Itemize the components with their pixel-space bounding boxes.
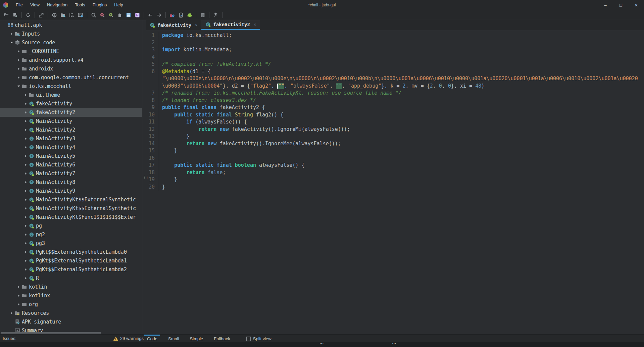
tree-item[interactable]: c pg <box>0 221 142 230</box>
expand-arrow-icon[interactable] <box>23 267 29 272</box>
tree-item[interactable]: Inputs <box>0 30 142 38</box>
expand-arrow-icon[interactable] <box>23 101 29 106</box>
wrench-icon[interactable] <box>211 11 220 19</box>
forward-icon[interactable] <box>155 11 163 19</box>
expand-arrow-icon[interactable] <box>23 214 29 220</box>
tree-item[interactable]: c MainActivity5 <box>0 152 142 160</box>
menu-plugins[interactable]: Plugins <box>89 0 111 10</box>
tree-item[interactable]: c PgKt$$ExternalSyntheticLambda2 <box>0 265 142 274</box>
expand-arrow-icon[interactable] <box>23 232 29 237</box>
expand-arrow-icon[interactable] <box>23 145 29 150</box>
columns-icon[interactable] <box>76 11 85 19</box>
tree-item[interactable]: kotlinx <box>0 291 142 300</box>
expand-arrow-icon[interactable] <box>23 206 29 211</box>
expand-arrow-icon[interactable] <box>23 197 29 202</box>
expand-arrow-icon[interactable] <box>23 276 29 281</box>
tree-item[interactable]: c MainActivity9 <box>0 187 142 195</box>
expand-arrow-icon[interactable] <box>23 180 29 185</box>
tree-item[interactable]: c pg3 <box>0 239 142 248</box>
split-view-checkbox[interactable] <box>246 337 251 341</box>
tree-item[interactable]: c MainActivity7 <box>0 169 142 178</box>
expand-arrow-icon[interactable] <box>23 110 29 115</box>
expand-arrow-icon[interactable] <box>23 171 29 176</box>
tree-item[interactable]: _COROUTINE <box>0 47 142 56</box>
tree-item[interactable]: c MainActivity <box>0 117 142 126</box>
code-area[interactable]: 1package io.ks.mccchall; 2 3import kotli… <box>146 30 644 334</box>
expand-arrow-icon[interactable] <box>23 92 29 98</box>
tree-item[interactable]: androidx <box>0 64 142 73</box>
open-file-icon[interactable] <box>2 11 11 19</box>
menu-tools[interactable]: Tools <box>71 0 89 10</box>
tree-item[interactable]: android.support.v4 <box>0 56 142 64</box>
preferences-icon[interactable] <box>50 11 59 19</box>
view-tab-code[interactable]: Code <box>146 336 158 341</box>
tree-item[interactable]: APK signature <box>0 317 142 326</box>
expand-arrow-icon[interactable] <box>23 223 29 229</box>
expand-arrow-icon[interactable] <box>16 293 21 298</box>
menu-file[interactable]: File <box>12 0 27 10</box>
tab-close-icon[interactable]: × <box>254 22 256 27</box>
view-tab-smali[interactable]: Smali <box>167 336 180 341</box>
minimize-button[interactable]: – <box>598 0 613 10</box>
tree-item[interactable]: c R <box>0 274 142 283</box>
deobfuscation-icon[interactable] <box>168 11 177 19</box>
tree-item[interactable]: c MainActivity3 <box>0 134 142 143</box>
tab-close-icon[interactable]: × <box>195 23 197 28</box>
metadata-icon[interactable]: M <box>133 11 142 19</box>
packages-icon[interactable] <box>59 11 67 19</box>
class-search-icon[interactable] <box>98 11 107 19</box>
expand-arrow-icon[interactable] <box>23 249 29 255</box>
view-tab-simple[interactable]: Simple <box>189 336 204 341</box>
expand-arrow-icon[interactable] <box>23 162 29 167</box>
expand-arrow-icon[interactable] <box>23 136 29 141</box>
tree-item[interactable]: org <box>0 300 142 309</box>
tree-item[interactable]: c fakeActivity <box>0 99 142 108</box>
expand-arrow-icon[interactable] <box>9 310 14 316</box>
menu-navigation[interactable]: Navigation <box>43 0 71 10</box>
tree-horizontal-scrollbar[interactable] <box>1 332 101 334</box>
expand-arrow-icon[interactable] <box>23 188 29 194</box>
tree-item[interactable]: c PgKt$$ExternalSyntheticLambda0 <box>0 248 142 256</box>
expand-arrow-icon[interactable] <box>16 284 21 290</box>
tree-item[interactable]: ui.theme <box>0 91 142 99</box>
flat-list-icon[interactable] <box>67 11 76 19</box>
tree-item[interactable]: chall.apk <box>0 21 142 30</box>
android-debug-icon[interactable] <box>185 11 194 19</box>
tree-item[interactable]: Source code <box>0 38 142 47</box>
tree-item[interactable]: c fakeActivity2 <box>0 108 142 117</box>
tree-item[interactable]: Resources <box>0 309 142 317</box>
tree-item[interactable]: io.ks.mccchall <box>0 82 142 91</box>
tree-item[interactable]: c MainActivityKt$$ExternalSynthetic <box>0 195 142 204</box>
warnings-indicator[interactable]: 29 warnings <box>113 336 144 341</box>
view-tab-fallback[interactable]: Fallback <box>213 336 231 341</box>
tree-item[interactable]: c MainActivity4 <box>0 143 142 152</box>
log-icon[interactable] <box>198 11 207 19</box>
tree-item[interactable]: kotlin <box>0 283 142 291</box>
tree-item[interactable]: c MainActivityKt$Func1$1$1$1$$Exter <box>0 213 142 221</box>
window-icon[interactable] <box>124 11 133 19</box>
overflow-dots-icon[interactable]: ⋯ <box>319 341 324 346</box>
tree-item[interactable]: c PgKt$$ExternalSyntheticLambda1 <box>0 256 142 265</box>
panel-splitter[interactable]: ⋮⋮ <box>142 20 146 334</box>
expand-arrow-icon[interactable] <box>23 153 29 159</box>
editor-tab-fakeActivity2[interactable]: c fakeActivity2 × <box>201 20 260 30</box>
reload-icon[interactable] <box>24 11 33 19</box>
expand-arrow-icon[interactable] <box>23 258 29 263</box>
close-button[interactable]: ✕ <box>629 0 644 10</box>
menu-view[interactable]: View <box>27 0 43 10</box>
expand-arrow-icon[interactable] <box>16 49 21 54</box>
expand-arrow-icon[interactable] <box>23 127 29 133</box>
expand-arrow-icon[interactable] <box>9 31 14 37</box>
maximize-button[interactable]: □ <box>613 0 629 10</box>
comment-search-icon[interactable] <box>107 11 115 19</box>
back-icon[interactable] <box>146 11 155 19</box>
tree-item[interactable]: c MainActivity8 <box>0 178 142 187</box>
expand-arrow-icon[interactable] <box>16 66 21 71</box>
export-icon[interactable] <box>37 11 46 19</box>
expand-arrow-icon[interactable] <box>16 57 21 63</box>
split-view-toggle[interactable]: Split view <box>246 336 271 341</box>
tree-item[interactable]: c MainActivity2 <box>0 126 142 134</box>
expand-arrow-icon[interactable] <box>16 302 21 307</box>
expand-arrow-icon[interactable] <box>23 118 29 124</box>
tree-item[interactable]: com.google.common.util.concurrent <box>0 73 142 82</box>
